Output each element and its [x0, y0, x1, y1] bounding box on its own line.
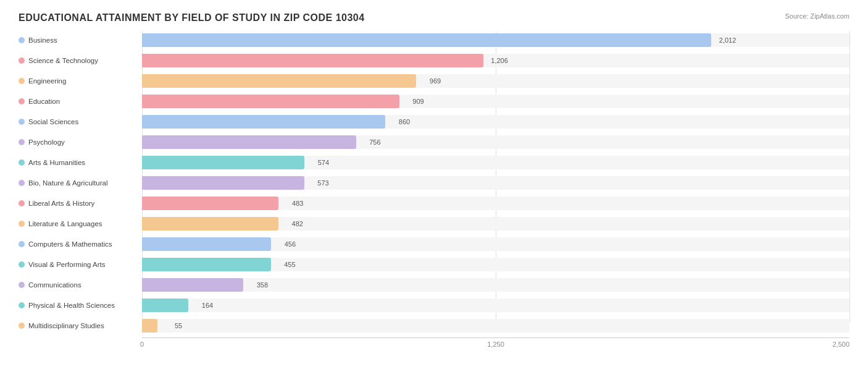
bar-value-label: 164 — [202, 302, 213, 309]
bar-value-label: 909 — [412, 98, 424, 105]
bar-track: 55 — [142, 319, 849, 333]
bar-fill: 573 — [142, 176, 304, 190]
chart-header: EDUCATIONAL ATTAINMENT BY FIELD OF STUDY… — [19, 12, 849, 23]
bar-track: 2,012 — [142, 33, 849, 47]
bar-label: Psychology — [19, 138, 142, 146]
bar-row: Science & Technology1,206 — [19, 51, 849, 70]
bar-fill: 455 — [142, 258, 271, 271]
bar-track: 756 — [142, 135, 849, 149]
bar-value-label: 482 — [292, 220, 303, 227]
bar-track: 573 — [142, 176, 849, 190]
bar-label-text: Computers & Mathematics — [28, 240, 112, 248]
bar-dot — [19, 139, 25, 145]
bar-value-label: 55 — [175, 322, 182, 329]
bar-label: Computers & Mathematics — [19, 240, 142, 248]
bar-label: Science & Technology — [19, 57, 142, 64]
bar-label: Education — [19, 98, 142, 105]
bar-label-text: Social Sciences — [28, 118, 78, 125]
bar-value-label: 574 — [318, 159, 329, 166]
bar-row: Literature & Languages482 — [19, 214, 849, 233]
bar-label: Business — [19, 36, 142, 44]
bars-area: Business2,012Science & Technology1,206En… — [19, 31, 849, 341]
bar-fill: 2,012 — [142, 33, 711, 47]
bar-dot — [19, 323, 25, 329]
bar-value-label: 860 — [399, 118, 410, 125]
bar-fill: 969 — [142, 74, 416, 88]
chart-container: EDUCATIONAL ATTAINMENT BY FIELD OF STUDY… — [0, 0, 868, 390]
bar-label-text: Engineering — [28, 77, 66, 85]
bar-label: Arts & Humanities — [19, 159, 142, 166]
bar-label: Liberal Arts & History — [19, 200, 142, 207]
bar-dot — [19, 282, 25, 288]
bar-label: Physical & Health Sciences — [19, 302, 142, 309]
bar-label: Social Sciences — [19, 118, 142, 125]
bar-track: 860 — [142, 115, 849, 129]
bar-value-label: 1,206 — [491, 57, 508, 64]
bar-dot — [19, 159, 25, 166]
bar-label: Bio, Nature & Agricultural — [19, 179, 142, 187]
bar-label-text: Communications — [28, 281, 81, 289]
x-axis-label: 0 — [140, 341, 144, 348]
bar-row: Education909 — [19, 92, 849, 111]
bar-track: 1,206 — [142, 54, 849, 67]
bar-label-text: Multidisciplinary Studies — [28, 322, 104, 329]
bar-label-text: Bio, Nature & Agricultural — [28, 179, 107, 187]
bar-dot — [19, 37, 25, 43]
bar-fill: 164 — [142, 299, 188, 312]
bar-value-label: 2,012 — [719, 36, 737, 44]
bar-fill: 860 — [142, 115, 385, 129]
chart-title: EDUCATIONAL ATTAINMENT BY FIELD OF STUDY… — [19, 12, 365, 23]
bar-row: Social Sciences860 — [19, 112, 849, 131]
bar-track: 456 — [142, 237, 849, 251]
bar-row: Arts & Humanities574 — [19, 153, 849, 172]
bar-dot — [19, 302, 25, 308]
bar-fill: 756 — [142, 135, 356, 149]
bar-dot — [19, 180, 25, 186]
bar-dot — [19, 200, 25, 206]
bar-row: Communications358 — [19, 276, 849, 294]
bar-dot — [19, 78, 25, 84]
bar-fill: 358 — [142, 278, 243, 292]
bar-value-label: 969 — [430, 77, 441, 85]
bar-row: Multidisciplinary Studies55 — [19, 316, 849, 335]
bar-track: 482 — [142, 217, 849, 231]
bar-fill: 574 — [142, 156, 304, 169]
bar-dot — [19, 221, 25, 227]
bar-value-label: 756 — [369, 138, 380, 146]
bar-label-text: Business — [28, 36, 57, 44]
bar-dot — [19, 57, 25, 64]
bar-dot — [19, 119, 25, 125]
bar-dot — [19, 261, 25, 268]
bar-value-label: 573 — [317, 179, 328, 187]
bar-label-text: Arts & Humanities — [28, 159, 85, 166]
bar-fill: 456 — [142, 237, 271, 251]
bar-track: 358 — [142, 278, 849, 292]
bar-row: Computers & Mathematics456 — [19, 235, 849, 253]
bar-label-text: Psychology — [28, 138, 65, 146]
bar-label: Literature & Languages — [19, 220, 142, 227]
bar-value-label: 455 — [284, 261, 295, 268]
bar-label-text: Education — [28, 98, 60, 105]
bar-track: 164 — [142, 299, 849, 312]
bar-row: Engineering969 — [19, 72, 849, 90]
bar-label-text: Liberal Arts & History — [28, 200, 94, 207]
bar-value-label: 483 — [292, 200, 303, 207]
bar-value-label: 358 — [257, 281, 268, 289]
bar-row: Physical & Health Sciences164 — [19, 296, 849, 315]
x-axis: 01,2502,500 — [142, 337, 849, 350]
bar-track: 455 — [142, 258, 849, 271]
bar-label: Visual & Performing Arts — [19, 261, 142, 268]
chart-source: Source: ZipAtlas.com — [785, 12, 849, 20]
bar-fill: 482 — [142, 217, 278, 231]
x-axis-label: 2,500 — [832, 341, 849, 348]
bar-value-label: 456 — [285, 240, 296, 248]
bar-track: 574 — [142, 156, 849, 169]
bar-track: 909 — [142, 95, 849, 108]
bar-row: Psychology756 — [19, 133, 849, 151]
bar-label-text: Literature & Languages — [28, 220, 102, 227]
bar-dot — [19, 241, 25, 247]
bar-label-text: Science & Technology — [28, 57, 98, 64]
bar-label: Multidisciplinary Studies — [19, 322, 142, 329]
bar-fill: 1,206 — [142, 54, 483, 67]
bar-row: Bio, Nature & Agricultural573 — [19, 174, 849, 192]
